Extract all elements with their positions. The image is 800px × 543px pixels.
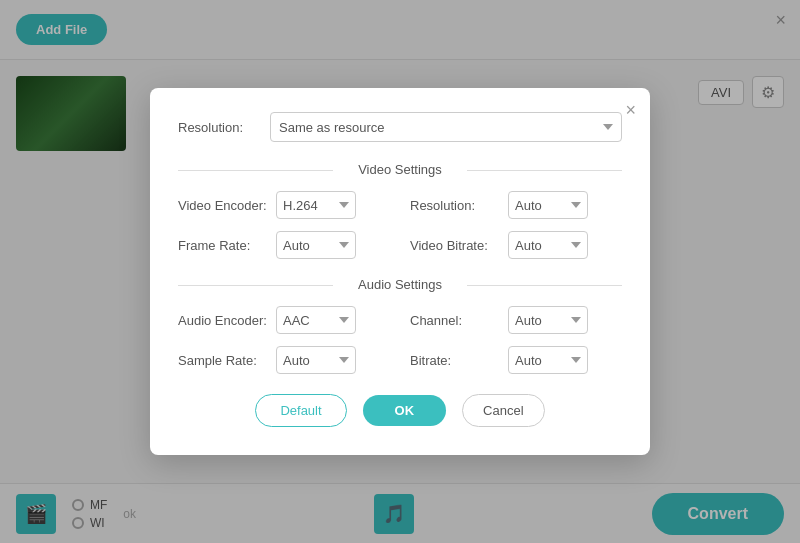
video-bitrate-label: Video Bitrate:: [410, 238, 500, 253]
resolution-label-2: Resolution:: [410, 198, 500, 213]
audio-encoder-label: Audio Encoder:: [178, 313, 268, 328]
default-button[interactable]: Default: [255, 394, 346, 427]
audio-bitrate-select[interactable]: Auto 128k 192k 256k 320k: [508, 346, 588, 374]
resolution-dropdown-wide[interactable]: Same as resource: [270, 112, 622, 142]
settings-modal: × Resolution: Same as resource Video Set…: [150, 88, 650, 455]
sample-rate-select[interactable]: Auto 44100 48000: [276, 346, 356, 374]
audio-encoder-row: Audio Encoder: AAC MP3 AC3: [178, 306, 390, 334]
video-settings-grid: Video Encoder: H.264 H.265 MPEG-4 Resolu…: [178, 191, 622, 259]
video-encoder-label: Video Encoder:: [178, 198, 268, 213]
frame-rate-row: Frame Rate: Auto 24 25 30 60: [178, 231, 390, 259]
audio-encoder-select[interactable]: AAC MP3 AC3: [276, 306, 356, 334]
frame-rate-label: Frame Rate:: [178, 238, 268, 253]
video-bitrate-row: Video Bitrate: Auto 1000k 2000k 4000k: [410, 231, 622, 259]
channel-label: Channel:: [410, 313, 500, 328]
app-background: Add File × AVI ⚙ 🎬 MF WI: [0, 0, 800, 543]
resolution-row: Resolution: Same as resource: [178, 112, 622, 142]
sample-rate-row: Sample Rate: Auto 44100 48000: [178, 346, 390, 374]
channel-select[interactable]: Auto Mono Stereo: [508, 306, 588, 334]
sample-rate-label: Sample Rate:: [178, 353, 268, 368]
resolution-label: Resolution:: [178, 120, 258, 135]
cancel-button[interactable]: Cancel: [462, 394, 544, 427]
ok-button[interactable]: OK: [363, 395, 447, 426]
modal-buttons: Default OK Cancel: [178, 394, 622, 427]
video-bitrate-select[interactable]: Auto 1000k 2000k 4000k: [508, 231, 588, 259]
resolution-select[interactable]: Auto 1920x1080 1280x720: [508, 191, 588, 219]
channel-row: Channel: Auto Mono Stereo: [410, 306, 622, 334]
video-encoder-select[interactable]: H.264 H.265 MPEG-4: [276, 191, 356, 219]
audio-settings-header: Audio Settings: [178, 277, 622, 292]
modal-close-button[interactable]: ×: [625, 100, 636, 121]
audio-bitrate-row: Bitrate: Auto 128k 192k 256k 320k: [410, 346, 622, 374]
video-encoder-row: Video Encoder: H.264 H.265 MPEG-4: [178, 191, 390, 219]
video-settings-header: Video Settings: [178, 162, 622, 177]
audio-settings-grid: Audio Encoder: AAC MP3 AC3 Channel: Auto…: [178, 306, 622, 374]
resolution-row-2: Resolution: Auto 1920x1080 1280x720: [410, 191, 622, 219]
modal-overlay: × Resolution: Same as resource Video Set…: [0, 0, 800, 543]
audio-bitrate-label: Bitrate:: [410, 353, 500, 368]
frame-rate-select[interactable]: Auto 24 25 30 60: [276, 231, 356, 259]
